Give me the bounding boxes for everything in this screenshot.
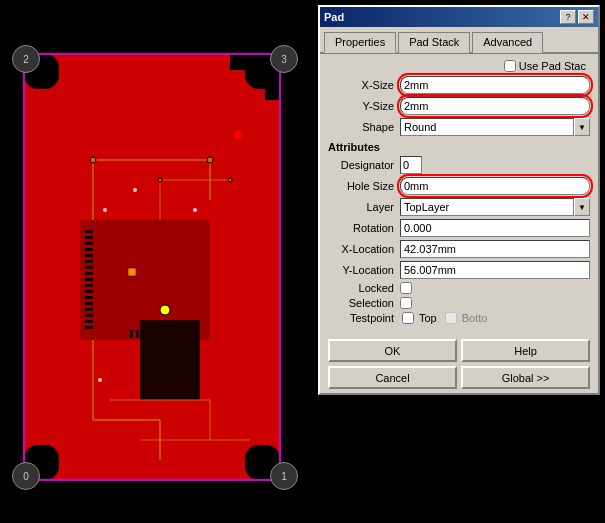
designator-label: Designator xyxy=(328,159,400,171)
shape-input[interactable] xyxy=(400,118,574,136)
svg-point-58 xyxy=(193,208,197,212)
svg-rect-24 xyxy=(85,320,93,323)
corner-marker-bl: 0 xyxy=(12,462,40,490)
testpoint-bottom-option: Botto xyxy=(445,312,488,324)
svg-rect-54 xyxy=(128,268,136,276)
layer-input[interactable] xyxy=(400,198,574,216)
svg-rect-25 xyxy=(85,326,93,329)
x-size-row: X-Size xyxy=(328,76,590,94)
selection-row: Selection xyxy=(328,297,590,309)
designator-input[interactable] xyxy=(400,156,422,174)
tab-advanced[interactable]: Advanced xyxy=(472,32,543,53)
y-size-input[interactable] xyxy=(400,97,590,115)
svg-rect-23 xyxy=(85,314,93,317)
use-pad-stac-label: Use Pad Stac xyxy=(519,60,586,72)
layer-label: Layer xyxy=(328,201,400,213)
y-location-input[interactable] xyxy=(400,261,590,279)
x-location-label: X-Location xyxy=(328,243,400,255)
dialog-titlebar: Pad ? ✕ xyxy=(320,7,598,27)
svg-point-49 xyxy=(90,157,96,163)
hole-size-label: Hole Size xyxy=(328,180,400,192)
svg-point-50 xyxy=(207,157,213,163)
testpoint-options: Top Botto xyxy=(402,312,487,324)
rotation-row: Rotation xyxy=(328,219,590,237)
svg-rect-26 xyxy=(130,330,133,338)
corner-marker-tl: 2 xyxy=(12,45,40,73)
dialog-title: Pad xyxy=(324,11,344,23)
svg-rect-9 xyxy=(85,230,93,233)
tab-bar: Properties Pad Stack Advanced xyxy=(320,27,598,54)
shape-label: Shape xyxy=(328,121,400,133)
svg-rect-14 xyxy=(85,260,93,263)
svg-rect-15 xyxy=(85,266,93,269)
svg-rect-13 xyxy=(85,254,93,257)
svg-point-56 xyxy=(103,208,107,212)
svg-rect-21 xyxy=(85,302,93,305)
help-button[interactable]: ? xyxy=(560,10,576,24)
locked-checkbox[interactable] xyxy=(400,282,412,294)
tab-properties[interactable]: Properties xyxy=(324,32,396,53)
svg-point-59 xyxy=(98,378,102,382)
x-size-input[interactable] xyxy=(400,76,590,94)
tab-padstack[interactable]: Pad Stack xyxy=(398,32,470,53)
testpoint-top-checkbox[interactable] xyxy=(402,312,414,324)
titlebar-buttons: ? ✕ xyxy=(560,10,594,24)
svg-rect-22 xyxy=(85,308,93,311)
svg-rect-10 xyxy=(85,236,93,239)
pcb-canvas: 2 3 0 1 xyxy=(0,0,310,523)
attributes-header: Attributes xyxy=(328,141,590,153)
dialog-buttons-row1: OK Help xyxy=(320,333,598,366)
svg-rect-37 xyxy=(140,320,200,400)
testpoint-top-option: Top xyxy=(402,312,437,324)
testpoint-bottom-checkbox[interactable] xyxy=(445,312,457,324)
svg-rect-11 xyxy=(85,242,93,245)
use-pad-stac-row: Use Pad Stac xyxy=(328,60,590,72)
x-size-label: X-Size xyxy=(328,79,400,91)
rotation-input[interactable] xyxy=(400,219,590,237)
svg-rect-20 xyxy=(85,296,93,299)
corner-marker-br: 1 xyxy=(270,462,298,490)
locked-label: Locked xyxy=(328,282,400,294)
rotation-label: Rotation xyxy=(328,222,400,234)
cancel-button[interactable]: Cancel xyxy=(328,366,457,389)
testpoint-bottom-label: Botto xyxy=(462,312,488,324)
selection-checkbox[interactable] xyxy=(400,297,412,309)
dialog-content: Use Pad Stac X-Size Y-Size Shape ▼ Attri… xyxy=(320,54,598,333)
pcb-board xyxy=(10,40,295,495)
y-size-label: Y-Size xyxy=(328,100,400,112)
svg-point-57 xyxy=(133,188,137,192)
shape-dropdown-container: ▼ xyxy=(400,118,590,136)
ok-button[interactable]: OK xyxy=(328,339,457,362)
layer-row: Layer ▼ xyxy=(328,198,590,216)
svg-rect-19 xyxy=(85,290,93,293)
layer-dropdown-container: ▼ xyxy=(400,198,590,216)
svg-point-51 xyxy=(158,178,162,182)
svg-rect-12 xyxy=(85,248,93,251)
selection-label: Selection xyxy=(328,297,400,309)
use-pad-stac-checkbox[interactable] xyxy=(504,60,516,72)
pad-dialog: Pad ? ✕ Properties Pad Stack Advanced Us… xyxy=(318,5,600,395)
shape-dropdown-btn[interactable]: ▼ xyxy=(574,118,590,136)
testpoint-top-label: Top xyxy=(419,312,437,324)
designator-row: Designator xyxy=(328,156,590,174)
svg-rect-18 xyxy=(85,284,93,287)
svg-rect-17 xyxy=(85,278,93,281)
svg-rect-16 xyxy=(85,272,93,275)
testpoint-row: Testpoint Top Botto xyxy=(328,312,590,324)
y-location-label: Y-Location xyxy=(328,264,400,276)
global-button[interactable]: Global >> xyxy=(461,366,590,389)
help-dialog-button[interactable]: Help xyxy=(461,339,590,362)
x-location-row: X-Location xyxy=(328,240,590,258)
svg-point-53 xyxy=(160,305,170,315)
x-location-input[interactable] xyxy=(400,240,590,258)
hole-size-input[interactable] xyxy=(400,177,590,195)
close-button[interactable]: ✕ xyxy=(578,10,594,24)
locked-row: Locked xyxy=(328,282,590,294)
layer-dropdown-btn[interactable]: ▼ xyxy=(574,198,590,216)
svg-point-52 xyxy=(228,178,232,182)
testpoint-label: Testpoint xyxy=(328,312,400,324)
shape-row: Shape ▼ xyxy=(328,118,590,136)
y-location-row: Y-Location xyxy=(328,261,590,279)
corner-marker-tr: 3 xyxy=(270,45,298,73)
svg-rect-27 xyxy=(136,330,139,338)
